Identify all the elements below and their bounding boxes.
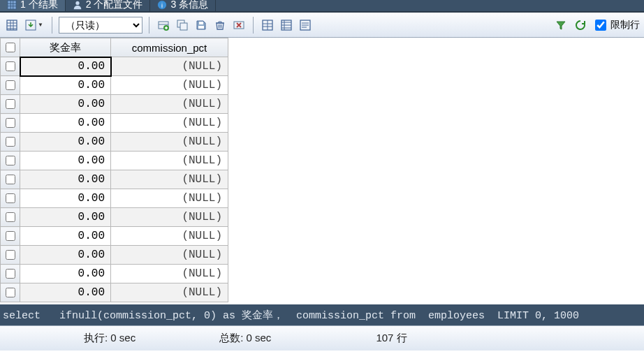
- cell-bonus-rate[interactable]: 0.00: [20, 227, 111, 246]
- mode-select[interactable]: （只读）: [59, 17, 142, 34]
- view-text-icon[interactable]: [298, 17, 313, 33]
- cell-commission-pct[interactable]: (NULL): [111, 265, 228, 283]
- table-row[interactable]: 0.00(NULL): [1, 76, 228, 95]
- row-checkbox[interactable]: [6, 288, 15, 297]
- row-checkbox[interactable]: [6, 137, 15, 147]
- cell-bonus-rate[interactable]: 0.00: [20, 133, 111, 152]
- limit-rows-label: 限制行: [610, 19, 640, 31]
- cell-bonus-rate[interactable]: 0.00: [20, 152, 111, 170]
- column-header[interactable]: commission_pct: [111, 38, 228, 57]
- cell-commission-pct[interactable]: (NULL): [111, 246, 228, 265]
- table-row[interactable]: 0.00(NULL): [1, 208, 228, 227]
- table-row[interactable]: 0.00(NULL): [1, 170, 228, 189]
- add-row-icon[interactable]: [156, 17, 171, 33]
- row-checkbox[interactable]: [6, 212, 15, 222]
- cell-bonus-rate[interactable]: 0.00: [20, 265, 111, 283]
- row-checkbox[interactable]: [6, 250, 15, 260]
- tab-profiles[interactable]: 2 个配置文件: [66, 0, 151, 11]
- row-checkbox-cell[interactable]: [1, 152, 20, 170]
- cell-commission-pct[interactable]: (NULL): [111, 189, 228, 208]
- svg-rect-20: [198, 26, 204, 29]
- limit-rows-checkbox[interactable]: [595, 20, 606, 31]
- refresh-icon[interactable]: [573, 17, 588, 33]
- table-row[interactable]: 0.00(NULL): [1, 227, 228, 246]
- table-row[interactable]: 0.00(NULL): [1, 133, 228, 152]
- table-row[interactable]: 0.00(NULL): [1, 283, 228, 302]
- chevron-down-icon: ▼: [38, 22, 43, 28]
- cancel-icon[interactable]: [231, 17, 247, 33]
- grid-icon: [7, 0, 17, 10]
- tab-messages[interactable]: i 3 条信息: [150, 0, 216, 11]
- cell-bonus-rate[interactable]: 0.00: [20, 114, 111, 133]
- cell-commission-pct[interactable]: (NULL): [111, 152, 228, 170]
- limit-rows-toggle[interactable]: 限制行: [592, 17, 640, 33]
- cell-commission-pct[interactable]: (NULL): [111, 114, 228, 133]
- export-dropdown[interactable]: ▼: [23, 17, 45, 33]
- row-checkbox-cell[interactable]: [1, 133, 20, 152]
- row-checkbox-cell[interactable]: [1, 189, 20, 208]
- select-all-cell[interactable]: [1, 38, 20, 57]
- row-checkbox[interactable]: [6, 80, 15, 90]
- table-row[interactable]: 0.00(NULL): [1, 114, 228, 133]
- cell-commission-pct[interactable]: (NULL): [111, 283, 228, 302]
- row-checkbox[interactable]: [6, 99, 15, 109]
- svg-rect-0: [8, 1, 16, 9]
- cell-bonus-rate[interactable]: 0.00: [20, 283, 111, 302]
- cell-bonus-rate[interactable]: 0.00: [20, 246, 111, 265]
- delete-icon[interactable]: [212, 17, 228, 33]
- query-bar: select ifnull(commission_pct, 0) as 奖金率，…: [0, 304, 644, 325]
- row-checkbox[interactable]: [6, 193, 15, 203]
- save-icon[interactable]: [193, 17, 209, 33]
- table-row[interactable]: 0.00(NULL): [1, 57, 228, 76]
- row-checkbox[interactable]: [6, 269, 15, 279]
- row-checkbox-cell[interactable]: [1, 227, 20, 246]
- row-checkbox[interactable]: [6, 156, 15, 165]
- cell-commission-pct[interactable]: (NULL): [111, 227, 228, 246]
- cell-bonus-rate[interactable]: 0.00: [20, 95, 111, 114]
- filter-icon[interactable]: [553, 17, 569, 33]
- select-all-checkbox[interactable]: [6, 43, 15, 52]
- cell-bonus-rate[interactable]: 0.00: [20, 189, 111, 208]
- row-checkbox-cell[interactable]: [1, 57, 20, 76]
- cell-bonus-rate[interactable]: 0.00: [20, 208, 111, 227]
- cell-commission-pct[interactable]: (NULL): [111, 208, 228, 227]
- view-grid-icon[interactable]: [260, 17, 275, 33]
- profile-icon: [73, 0, 82, 10]
- cell-commission-pct[interactable]: (NULL): [111, 76, 228, 95]
- table-row[interactable]: 0.00(NULL): [1, 189, 228, 208]
- svg-point-5: [75, 1, 79, 5]
- duplicate-row-icon[interactable]: [175, 17, 190, 33]
- cell-bonus-rate[interactable]: 0.00: [20, 170, 111, 189]
- info-icon: i: [157, 0, 167, 10]
- row-checkbox[interactable]: [6, 118, 15, 128]
- row-checkbox-cell[interactable]: [1, 76, 20, 95]
- row-checkbox[interactable]: [6, 61, 15, 71]
- table-row[interactable]: 0.00(NULL): [1, 95, 228, 114]
- status-total: 总数: 0 sec: [212, 332, 278, 345]
- row-checkbox-cell[interactable]: [1, 265, 20, 283]
- table-row[interactable]: 0.00(NULL): [1, 152, 228, 170]
- view-form-icon[interactable]: [279, 17, 294, 33]
- row-checkbox-cell[interactable]: [1, 208, 20, 227]
- row-checkbox-cell[interactable]: [1, 283, 20, 302]
- cell-commission-pct[interactable]: (NULL): [111, 133, 228, 152]
- row-checkbox[interactable]: [6, 231, 15, 241]
- cell-commission-pct[interactable]: (NULL): [111, 170, 228, 189]
- row-checkbox-cell[interactable]: [1, 114, 20, 133]
- table-row[interactable]: 0.00(NULL): [1, 265, 228, 283]
- column-header[interactable]: 奖金率: [20, 38, 111, 57]
- row-checkbox-cell[interactable]: [1, 95, 20, 114]
- cell-commission-pct[interactable]: (NULL): [111, 95, 228, 114]
- cell-commission-pct[interactable]: (NULL): [111, 57, 228, 76]
- status-rows: 107 行: [369, 332, 414, 345]
- cell-bonus-rate[interactable]: 0.00: [20, 57, 111, 76]
- status-bar: 执行: 0 sec 总数: 0 sec 107 行: [0, 325, 644, 351]
- row-checkbox-cell[interactable]: [1, 170, 20, 189]
- table-row[interactable]: 0.00(NULL): [1, 246, 228, 265]
- header-row: 奖金率 commission_pct: [1, 38, 228, 57]
- tab-results[interactable]: 1 个结果: [0, 0, 66, 11]
- row-checkbox-cell[interactable]: [1, 246, 20, 265]
- cell-bonus-rate[interactable]: 0.00: [20, 76, 111, 95]
- row-checkbox[interactable]: [6, 175, 15, 184]
- grid-view-icon[interactable]: [4, 17, 20, 33]
